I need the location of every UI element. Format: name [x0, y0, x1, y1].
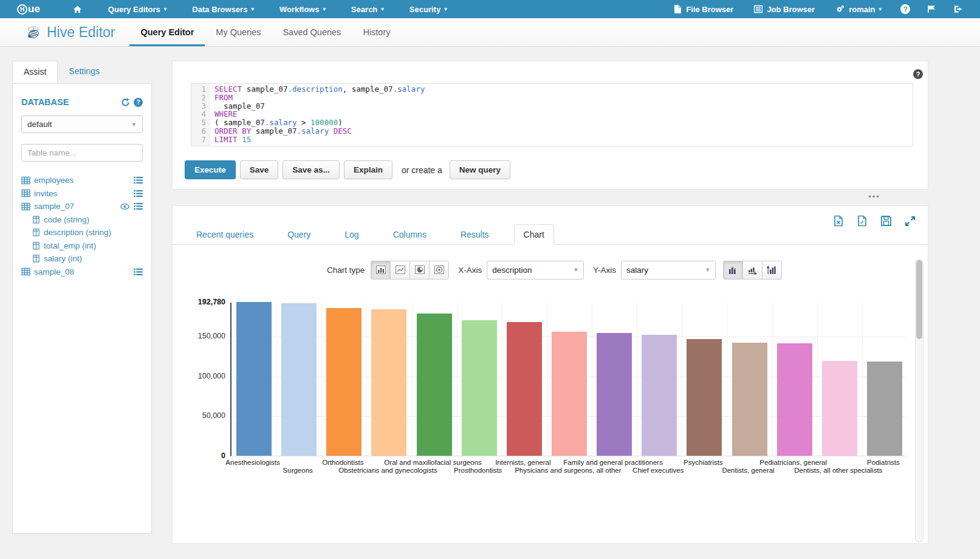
expand-results-icon[interactable]: [905, 216, 916, 227]
results-tab-recent-queries[interactable]: Recent queries: [187, 225, 262, 244]
x-tick-label: Physicians and surgeons, all other: [515, 467, 621, 474]
database-select[interactable]: default ▼: [21, 115, 143, 133]
export-toolbar: [833, 215, 916, 227]
table-row-invites[interactable]: invites: [21, 187, 143, 201]
column-row-salary[interactable]: salary (int): [21, 252, 143, 266]
column-icon: [32, 242, 40, 250]
overlap-bars-button[interactable]: [762, 261, 782, 280]
execute-button[interactable]: Execute: [185, 160, 236, 179]
help-button[interactable]: ?: [892, 0, 919, 18]
excel-download-icon[interactable]: [833, 215, 844, 227]
hue-logo[interactable]: Hue: [17, 3, 40, 15]
new-query-button[interactable]: New query: [450, 160, 510, 179]
column-name: total_emp (int): [44, 241, 96, 250]
explain-button[interactable]: Explain: [344, 160, 392, 179]
file-browser-button[interactable]: File Browser: [663, 0, 744, 18]
file-download-icon[interactable]: [857, 215, 868, 227]
table-row-sample-07[interactable]: sample_07: [21, 200, 143, 213]
sql-line: sample_07: [214, 102, 425, 111]
table-list: employeesinvitessample_07code (string)de…: [21, 174, 143, 278]
job-browser-label: Job Browser: [767, 5, 815, 14]
results-tab-chart[interactable]: Chart: [514, 224, 554, 245]
line-number: 5: [191, 118, 206, 127]
database-help-icon[interactable]: ?: [134, 98, 143, 107]
line-number: 2: [191, 94, 206, 102]
results-tab-log[interactable]: Log: [335, 225, 368, 244]
or-create-text: or create a: [402, 165, 442, 175]
stacked-bars-button[interactable]: [742, 261, 762, 280]
table-filter-input[interactable]: [21, 144, 143, 162]
hue-logo-text: ue: [28, 3, 40, 15]
tab-history[interactable]: History: [352, 18, 401, 46]
x-tick-label: Prosthodontists: [454, 467, 502, 474]
results-scrollbar[interactable]: [915, 259, 923, 543]
menu-icon[interactable]: [134, 190, 143, 197]
line-number: 1: [191, 85, 206, 94]
bar-internists-general: [507, 322, 542, 456]
line-number-gutter: 1234567: [191, 84, 210, 146]
user-name-label: romain: [849, 5, 875, 14]
home-button[interactable]: [60, 0, 95, 18]
chevron-down-icon: ▾: [381, 6, 384, 12]
save-as-button[interactable]: Save as...: [283, 160, 340, 179]
results-tab-results[interactable]: Results: [451, 225, 498, 244]
refresh-icon[interactable]: [121, 98, 130, 107]
results-tab-columns[interactable]: Columns: [384, 225, 436, 244]
map-chart-button[interactable]: [429, 261, 449, 280]
sql-editor[interactable]: 1234567 SELECT sample_07.description, sa…: [191, 83, 913, 146]
y-tick-label: 150,000: [198, 332, 225, 340]
user-menu[interactable]: romain ▾: [825, 0, 892, 18]
nav-menu-query-editors[interactable]: Query Editors▾: [95, 0, 180, 18]
results-tab-query[interactable]: Query: [278, 225, 320, 244]
chevron-down-icon: ▾: [444, 6, 447, 12]
pie-chart-icon: [415, 266, 425, 274]
flags-button[interactable]: [919, 0, 945, 18]
x-tick-label: Obstetricians and gynecologists: [338, 467, 437, 474]
editor-help-icon[interactable]: ?: [913, 69, 923, 79]
x-tick-label: Podiatrists: [867, 459, 900, 466]
nav-menu-security[interactable]: Security▾: [397, 0, 460, 18]
gridline: [682, 303, 682, 456]
nav-menu-search[interactable]: Search▾: [338, 0, 397, 18]
gridline: [412, 303, 413, 456]
table-row-sample-08[interactable]: sample_08: [21, 266, 143, 279]
eye-icon[interactable]: [120, 203, 129, 210]
table-row-icons: [120, 202, 143, 210]
logout-button[interactable]: [945, 0, 971, 18]
scrollbar-thumb[interactable]: [916, 260, 922, 339]
bar-dentists-all-other-specialists: [822, 361, 857, 456]
pie-chart-button[interactable]: [409, 261, 430, 280]
nav-menu-data-browsers[interactable]: Data Browsers▾: [179, 0, 267, 18]
x-axis-select[interactable]: description ▼: [487, 261, 584, 280]
line-chart-button[interactable]: [390, 261, 410, 280]
column-row-description[interactable]: description (string): [21, 226, 143, 239]
tab-assist[interactable]: Assist: [12, 61, 58, 83]
menu-icon[interactable]: [134, 202, 143, 210]
assist-tabs: Assist Settings: [12, 61, 111, 82]
x-tick-label: Pediatricians, general: [759, 459, 827, 466]
tab-settings[interactable]: Settings: [58, 61, 111, 82]
nav-menu-workflows[interactable]: Workflows▾: [267, 0, 338, 18]
y-axis-select[interactable]: salary ▼: [621, 261, 716, 280]
bar-podiatrists: [867, 362, 902, 456]
tab-my-queries[interactable]: My Queries: [205, 18, 272, 46]
column-row-code[interactable]: code (string): [21, 213, 143, 227]
tab-saved-queries[interactable]: Saved Queries: [272, 18, 352, 46]
y-tick-label: 100,000: [198, 372, 225, 380]
sql-line: FROM: [214, 94, 425, 102]
flag-icon: [927, 5, 937, 13]
bar-chart-button[interactable]: [371, 261, 391, 280]
table-row-employees[interactable]: employees: [21, 174, 143, 187]
database-select-value: default: [27, 120, 52, 129]
grouped-bars-button[interactable]: [723, 261, 743, 280]
gridline: [817, 303, 818, 456]
tab-query-editor[interactable]: Query Editor: [129, 18, 205, 46]
panel-resize-handle[interactable]: •••: [866, 192, 883, 202]
save-button[interactable]: Save: [240, 160, 279, 179]
job-browser-button[interactable]: Job Browser: [744, 0, 825, 18]
save-results-icon[interactable]: [880, 215, 892, 227]
column-row-total-emp[interactable]: total_emp (int): [21, 239, 143, 253]
menu-icon[interactable]: [134, 268, 143, 276]
x-tick-label: Anesthesiologists: [225, 459, 280, 466]
menu-icon[interactable]: [134, 176, 143, 184]
